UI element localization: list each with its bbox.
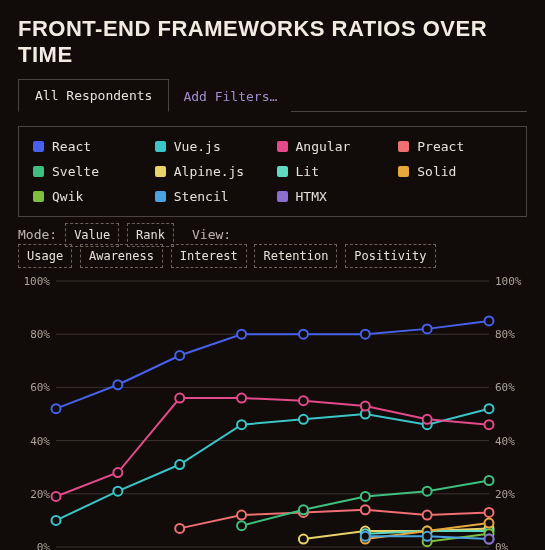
chart: 0%0%20%20%40%40%60%60%80%80%100%100%2016… (18, 271, 527, 550)
legend-swatch (33, 141, 44, 152)
series-point[interactable] (361, 492, 370, 501)
series-point[interactable] (299, 396, 308, 405)
legend-label: Stencil (174, 189, 229, 204)
series-point[interactable] (299, 505, 308, 514)
legend-label: React (52, 139, 91, 154)
series-point[interactable] (175, 351, 184, 360)
series-point[interactable] (423, 415, 432, 424)
legend-label: Svelte (52, 164, 99, 179)
legend-label: Angular (296, 139, 351, 154)
y-tick-right: 80% (495, 328, 515, 341)
legend-swatch (277, 191, 288, 202)
legend-swatch (155, 166, 166, 177)
legend-item-qwik[interactable]: Qwik (33, 189, 147, 204)
series-point[interactable] (113, 468, 122, 477)
mode-label: Mode: (18, 227, 57, 242)
series-point[interactable] (485, 420, 494, 429)
series-point[interactable] (175, 394, 184, 403)
legend-label: Preact (417, 139, 464, 154)
series-point[interactable] (52, 516, 61, 525)
series-point[interactable] (299, 415, 308, 424)
series-point[interactable] (423, 324, 432, 333)
series-point[interactable] (52, 404, 61, 413)
series-line-preact[interactable] (180, 510, 489, 529)
series-point[interactable] (361, 532, 370, 541)
y-tick-right: 20% (495, 488, 515, 501)
series-point[interactable] (175, 524, 184, 533)
tab-add-filters[interactable]: Add Filters… (169, 81, 291, 112)
tabs: All Respondents Add Filters… (18, 78, 527, 112)
legend-label: Alpine.js (174, 164, 244, 179)
controls: Mode: Value Rank View: Usage Awareness I… (18, 227, 527, 263)
y-tick-right: 0% (495, 541, 509, 550)
y-tick: 20% (30, 488, 50, 501)
y-tick: 80% (30, 328, 50, 341)
view-button-interest[interactable]: Interest (171, 244, 247, 268)
series-point[interactable] (485, 535, 494, 544)
series-point[interactable] (485, 476, 494, 485)
legend-item-stencil[interactable]: Stencil (155, 189, 269, 204)
series-point[interactable] (299, 330, 308, 339)
view-button-positivity[interactable]: Positivity (345, 244, 435, 268)
page-title: FRONT-END FRAMEWORKS RATIOS OVER TIME (18, 16, 527, 68)
view-button-usage[interactable]: Usage (18, 244, 72, 268)
series-line-angular[interactable] (56, 398, 489, 496)
legend-swatch (155, 191, 166, 202)
y-tick-right: 40% (495, 435, 515, 448)
tab-all-respondents[interactable]: All Respondents (18, 79, 169, 112)
legend-item-angular[interactable]: Angular (277, 139, 391, 154)
legend-item-htmx[interactable]: HTMX (277, 189, 391, 204)
y-tick: 0% (37, 541, 51, 550)
legend-swatch (277, 166, 288, 177)
series-point[interactable] (361, 402, 370, 411)
y-tick: 40% (30, 435, 50, 448)
legend-item-vue-js[interactable]: Vue.js (155, 139, 269, 154)
series-point[interactable] (237, 394, 246, 403)
view-button-retention[interactable]: Retention (254, 244, 337, 268)
series-line-svelte[interactable] (242, 481, 489, 526)
series-point[interactable] (485, 519, 494, 528)
legend-label: Vue.js (174, 139, 221, 154)
legend: ReactVue.jsAngularPreactSvelteAlpine.jsL… (18, 126, 527, 217)
legend-swatch (277, 141, 288, 152)
legend-label: HTMX (296, 189, 327, 204)
legend-swatch (398, 166, 409, 177)
series-point[interactable] (361, 330, 370, 339)
legend-swatch (33, 166, 44, 177)
series-point[interactable] (113, 380, 122, 389)
series-point[interactable] (485, 404, 494, 413)
series-point[interactable] (423, 511, 432, 520)
legend-item-lit[interactable]: Lit (277, 164, 391, 179)
series-point[interactable] (299, 535, 308, 544)
series-point[interactable] (175, 460, 184, 469)
view-label: View: (192, 227, 231, 242)
series-point[interactable] (485, 508, 494, 517)
y-tick-right: 100% (495, 275, 522, 288)
series-point[interactable] (237, 420, 246, 429)
y-tick-right: 60% (495, 381, 515, 394)
series-point[interactable] (423, 532, 432, 541)
series-point[interactable] (237, 511, 246, 520)
y-tick: 100% (24, 275, 51, 288)
legend-swatch (398, 141, 409, 152)
legend-item-alpine-js[interactable]: Alpine.js (155, 164, 269, 179)
legend-item-preact[interactable]: Preact (398, 139, 512, 154)
legend-item-solid[interactable]: Solid (398, 164, 512, 179)
legend-item-react[interactable]: React (33, 139, 147, 154)
legend-swatch (33, 191, 44, 202)
series-point[interactable] (485, 316, 494, 325)
series-point[interactable] (361, 505, 370, 514)
series-point[interactable] (423, 487, 432, 496)
series-point[interactable] (52, 492, 61, 501)
y-tick: 60% (30, 381, 50, 394)
view-button-awareness[interactable]: Awareness (80, 244, 163, 268)
series-point[interactable] (237, 521, 246, 530)
legend-label: Qwik (52, 189, 83, 204)
series-point[interactable] (113, 487, 122, 496)
legend-label: Solid (417, 164, 456, 179)
legend-label: Lit (296, 164, 319, 179)
legend-item-svelte[interactable]: Svelte (33, 164, 147, 179)
legend-swatch (155, 141, 166, 152)
series-point[interactable] (237, 330, 246, 339)
